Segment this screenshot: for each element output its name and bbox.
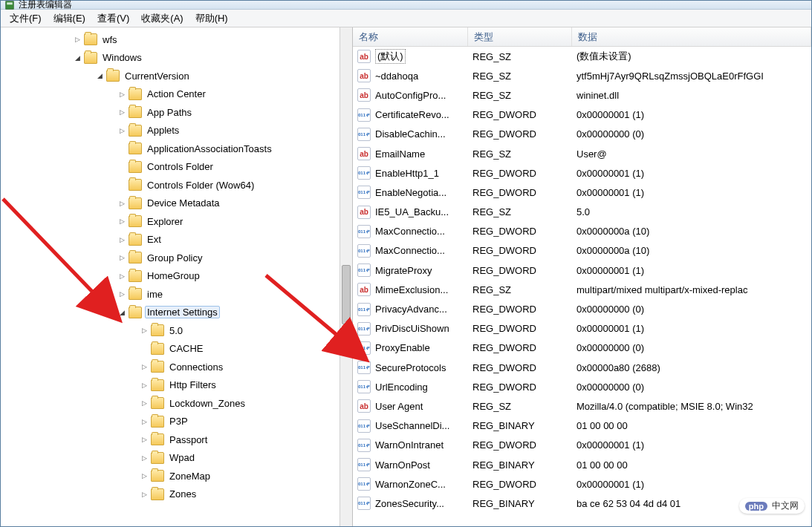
tree-item-label: Lockdown_Zones bbox=[167, 397, 247, 410]
expand-icon[interactable]: ▷ bbox=[117, 235, 127, 245]
expand-icon[interactable]: ▷ bbox=[117, 271, 127, 281]
tree-item[interactable]: ▷wfs bbox=[5, 30, 352, 49]
value-type: REG_BINARY bbox=[468, 416, 572, 436]
column-header-type[interactable]: 类型 bbox=[468, 27, 572, 46]
values-list[interactable]: (默认)REG_SZ(数值未设置)~ddahoqaREG_SZytf5mHj7A… bbox=[353, 47, 811, 514]
list-row[interactable]: IE5_UA_Backu...REG_SZ5.0 bbox=[353, 203, 811, 222]
tree-item[interactable]: Controls Folder bbox=[5, 158, 352, 177]
list-row[interactable]: DisableCachin...REG_DWORD0x00000000 (0) bbox=[353, 125, 811, 144]
value-type: REG_DWORD bbox=[468, 436, 572, 455]
expand-icon[interactable]: ▷ bbox=[139, 434, 149, 445]
expand-icon[interactable]: ▷ bbox=[117, 198, 127, 209]
app-icon bbox=[5, 1, 14, 10]
expand-icon[interactable]: ▷ bbox=[117, 252, 127, 263]
column-header-data[interactable]: 数据 bbox=[572, 27, 811, 46]
list-row[interactable]: WarnonZoneC...REG_DWORD0x00000001 (1) bbox=[353, 474, 811, 494]
tree-item[interactable]: ▷Action Center bbox=[5, 85, 352, 104]
list-row[interactable]: UrlEncodingREG_DWORD0x00000000 (0) bbox=[353, 377, 811, 396]
list-row[interactable]: MaxConnectio...REG_DWORD0x0000000a (10) bbox=[353, 222, 811, 241]
tree-item[interactable]: ▷Http Filters bbox=[5, 376, 352, 395]
expand-icon[interactable]: ▷ bbox=[139, 489, 149, 500]
reg-binary-icon bbox=[357, 108, 371, 122]
column-header-name[interactable]: 名称 bbox=[353, 27, 468, 46]
tree-item[interactable]: ▷Group Policy bbox=[5, 249, 352, 267]
menu-help[interactable]: 帮助(H) bbox=[189, 10, 234, 27]
list-row[interactable]: MaxConnectio...REG_DWORD0x0000000a (10) bbox=[353, 241, 811, 261]
tree-item-label: Passport bbox=[167, 433, 210, 446]
expand-icon[interactable]: ▷ bbox=[117, 107, 127, 117]
list-row[interactable]: CertificateRevo...REG_DWORD0x00000001 (1… bbox=[353, 105, 811, 125]
tree-item[interactable]: ▷5.0 bbox=[5, 321, 352, 340]
tree-item[interactable]: ▷Explorer bbox=[5, 212, 352, 231]
list-row[interactable]: WarnOnIntranetREG_DWORD0x00000001 (1) bbox=[353, 436, 811, 455]
list-row[interactable]: WarnOnPostREG_BINARY01 00 00 00 bbox=[353, 455, 811, 474]
tree-item[interactable]: ▷ime bbox=[5, 285, 352, 304]
registry-tree[interactable]: ▷wfs◢Windows◢CurrentVersion▷Action Cente… bbox=[1, 27, 352, 503]
list-row[interactable]: User AgentREG_SZMozilla/4.0 (compatible;… bbox=[353, 396, 811, 416]
tree-item[interactable]: ApplicationAssociationToasts bbox=[5, 140, 352, 158]
tree-item[interactable]: ◢Windows bbox=[5, 49, 352, 68]
expand-icon[interactable]: ▷ bbox=[72, 34, 82, 45]
expand-icon[interactable]: ▷ bbox=[139, 471, 149, 481]
tree-item[interactable]: ▷Connections bbox=[5, 358, 352, 376]
expand-icon[interactable]: ▷ bbox=[117, 216, 127, 226]
list-row[interactable]: EnableHttp1_1REG_DWORD0x00000001 (1) bbox=[353, 163, 811, 183]
tree-item-label: Group Policy bbox=[145, 252, 204, 264]
list-row[interactable]: AutoConfigPro...REG_SZwininet.dll bbox=[353, 85, 811, 105]
expand-icon[interactable]: ▷ bbox=[139, 325, 149, 335]
tree-item[interactable]: ▷Device Metadata bbox=[5, 194, 352, 213]
list-row[interactable]: ~ddahoqaREG_SZytf5mHj7Ayr9QRLsqZmssjOBQL… bbox=[353, 66, 811, 85]
list-row[interactable]: ProxyEnableREG_DWORD0x00000000 (0) bbox=[353, 338, 811, 358]
tree-item[interactable]: ▷Ext bbox=[5, 231, 352, 249]
tree-item[interactable]: ▷Wpad bbox=[5, 449, 352, 468]
collapse-icon[interactable]: ◢ bbox=[72, 53, 82, 63]
tree-item[interactable]: ▷Lockdown_Zones bbox=[5, 394, 352, 413]
menu-favorites[interactable]: 收藏夹(A) bbox=[135, 10, 189, 27]
tree-item[interactable]: ▷P3P bbox=[5, 413, 352, 431]
tree-item[interactable]: ▷Applets bbox=[5, 122, 352, 140]
expand-icon[interactable]: ▷ bbox=[117, 125, 127, 136]
titlebar[interactable]: 注册表编辑器 bbox=[1, 1, 811, 10]
list-row[interactable]: MimeExclusion...REG_SZmultipart/mixed mu… bbox=[353, 280, 811, 299]
expand-icon[interactable]: ▷ bbox=[139, 380, 149, 390]
value-name: MimeExclusion... bbox=[375, 284, 448, 295]
reg-string-icon bbox=[357, 50, 371, 63]
collapse-icon[interactable]: ◢ bbox=[94, 71, 105, 81]
list-row[interactable]: PrivacyAdvanc...REG_DWORD0x00000000 (0) bbox=[353, 299, 811, 318]
list-row[interactable]: UseSchannelDi...REG_BINARY01 00 00 00 bbox=[353, 416, 811, 436]
value-name: AutoConfigPro... bbox=[375, 90, 446, 101]
tree-scrollbar[interactable] bbox=[340, 27, 352, 526]
tree-item[interactable]: ▷ZoneMap bbox=[5, 467, 352, 485]
expand-icon[interactable]: ▷ bbox=[139, 453, 149, 463]
menu-edit[interactable]: 编辑(E) bbox=[48, 10, 91, 27]
scrollbar-thumb[interactable] bbox=[342, 265, 351, 324]
list-row[interactable]: EnableNegotia...REG_DWORD0x00000001 (1) bbox=[353, 183, 811, 202]
value-name: WarnonZoneC... bbox=[375, 479, 446, 490]
reg-string-icon bbox=[357, 206, 371, 219]
tree-item[interactable]: ▷Zones bbox=[5, 485, 352, 504]
tree-item[interactable]: ◢Internet Settings bbox=[5, 304, 352, 322]
folder-icon bbox=[129, 215, 142, 227]
tree-item[interactable]: ▷Passport bbox=[5, 431, 352, 449]
list-row[interactable]: SecureProtocolsREG_DWORD0x00000a80 (2688… bbox=[353, 358, 811, 377]
tree-item[interactable]: ▷App Paths bbox=[5, 103, 352, 122]
list-row[interactable]: PrivDiscUiShownREG_DWORD0x00000001 (1) bbox=[353, 319, 811, 338]
menu-file[interactable]: 文件(F) bbox=[4, 10, 48, 27]
tree-item[interactable]: Controls Folder (Wow64) bbox=[5, 176, 352, 194]
list-row[interactable]: (默认)REG_SZ(数值未设置) bbox=[353, 47, 811, 66]
expand-icon[interactable]: ▷ bbox=[117, 289, 127, 299]
list-row[interactable]: MigrateProxyREG_DWORD0x00000001 (1) bbox=[353, 261, 811, 280]
expand-icon[interactable]: ▷ bbox=[139, 416, 149, 427]
tree-item[interactable]: CACHE bbox=[5, 340, 352, 359]
list-row[interactable]: EmailNameREG_SZUser@ bbox=[353, 144, 811, 163]
expand-icon[interactable]: ▷ bbox=[117, 89, 127, 99]
content-area: ▷wfs◢Windows◢CurrentVersion▷Action Cente… bbox=[1, 27, 811, 526]
expand-icon[interactable]: ▷ bbox=[139, 398, 149, 408]
value-data: 0x00000000 (0) bbox=[572, 299, 811, 318]
tree-item[interactable]: ▷HomeGroup bbox=[5, 267, 352, 286]
tree-item[interactable]: ◢CurrentVersion bbox=[5, 67, 352, 85]
collapse-icon[interactable]: ◢ bbox=[117, 307, 127, 318]
menu-view[interactable]: 查看(V) bbox=[91, 10, 135, 27]
expand-icon[interactable]: ▷ bbox=[139, 361, 149, 372]
value-data: 01 00 00 00 bbox=[572, 455, 811, 474]
